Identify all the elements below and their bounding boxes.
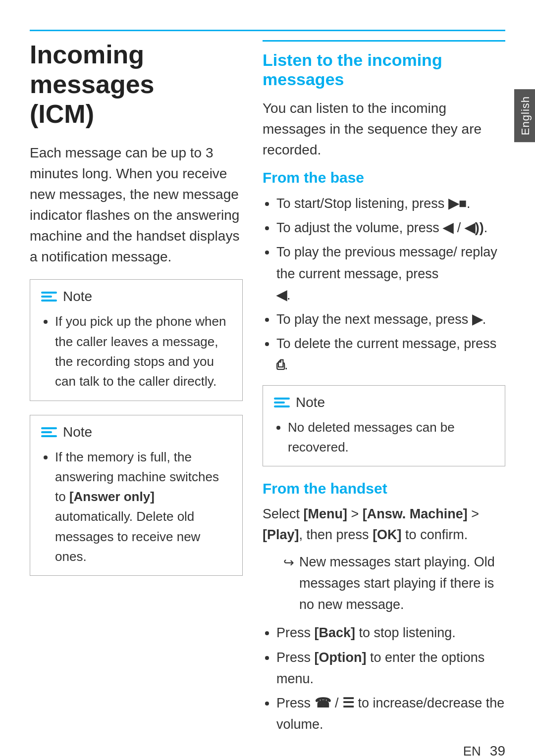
- note-icon-3: [274, 398, 290, 407]
- note-list-3: No deleted messages can be recovered.: [274, 417, 494, 457]
- from-base-heading: From the base: [263, 169, 505, 186]
- left-column: Incoming messages (ICM) Each message can…: [30, 40, 243, 744]
- note-label-1: Note: [63, 289, 92, 304]
- arrow-text: New messages start playing. Old messages…: [299, 552, 505, 616]
- from-base-section: From the base To start/Stop listening, p…: [263, 169, 505, 376]
- list-item: Press [Option] to enter the options menu…: [276, 647, 505, 690]
- main-title: Incoming messages (ICM): [30, 40, 243, 129]
- section-heading: Listen to the incoming messages: [263, 50, 505, 89]
- arrow-indent: ↪ New messages start playing. Old messag…: [283, 552, 505, 616]
- note-header-1: Note: [41, 289, 231, 304]
- note-header-2: Note: [41, 424, 231, 440]
- title-line2: (ICM): [30, 100, 94, 128]
- list-item: To start/Stop listening, press ▶■.: [276, 193, 505, 214]
- note-box-3: Note No deleted messages can be recovere…: [263, 385, 505, 467]
- from-handset-section: From the handset Select [Menu] > [Answ. …: [263, 480, 505, 735]
- list-item: Press [Back] to stop listening.: [276, 622, 505, 644]
- content-columns: Incoming messages (ICM) Each message can…: [30, 40, 505, 744]
- note-label-3: Note: [296, 395, 325, 410]
- right-column: Listen to the incoming messages You can …: [263, 40, 505, 744]
- right-top-divider: [263, 40, 505, 42]
- top-divider: [30, 30, 505, 31]
- section-intro: You can listen to the incoming messages …: [263, 98, 505, 160]
- from-handset-heading: From the handset: [263, 480, 505, 497]
- arrow-line: ↪ New messages start playing. Old messag…: [283, 552, 505, 616]
- handset-step: Select [Menu] > [Answ. Machine] > [Play]…: [263, 504, 505, 546]
- note-box-1: Note If you pick up the phone when the c…: [30, 279, 243, 401]
- note-box-2: Note If the memory is full, the answerin…: [30, 415, 243, 576]
- note-item: No deleted messages can be recovered.: [288, 417, 494, 457]
- handset-list: Press [Back] to stop listening. Press [O…: [263, 622, 505, 735]
- language-tab: English: [514, 89, 535, 142]
- list-item: Press ☎ / ☰ to increase/decrease the vol…: [276, 693, 505, 735]
- from-base-list: To start/Stop listening, press ▶■. To ad…: [263, 193, 505, 376]
- note-label-2: Note: [63, 424, 92, 440]
- footer: EN 39: [463, 743, 505, 756]
- list-item: To play the next message, press ▶.: [276, 309, 505, 330]
- footer-page-number: 39: [490, 743, 505, 756]
- note-icon-1: [41, 292, 57, 302]
- footer-language: EN: [463, 744, 481, 756]
- intro-text: Each message can be up to 3 minutes long…: [30, 143, 243, 267]
- note-list-2: If the memory is full, the answering mac…: [41, 447, 231, 567]
- note-list-1: If you pick up the phone when the caller…: [41, 311, 231, 391]
- page-container: English Incoming messages (ICM) Each mes…: [0, 0, 535, 756]
- title-line1: Incoming messages: [30, 40, 155, 99]
- note-header-3: Note: [274, 395, 494, 410]
- note-icon-2: [41, 427, 57, 437]
- language-tab-label: English: [519, 96, 532, 135]
- arrow-symbol: ↪: [283, 553, 294, 573]
- note-item: If you pick up the phone when the caller…: [55, 311, 231, 391]
- list-item: To delete the current message, press ⎙.: [276, 333, 505, 376]
- list-item: To adjust the volume, press ◀ / ◀)).: [276, 217, 505, 239]
- note-item: If the memory is full, the answering mac…: [55, 447, 231, 567]
- list-item: To play the previous message/ replay the…: [276, 242, 505, 306]
